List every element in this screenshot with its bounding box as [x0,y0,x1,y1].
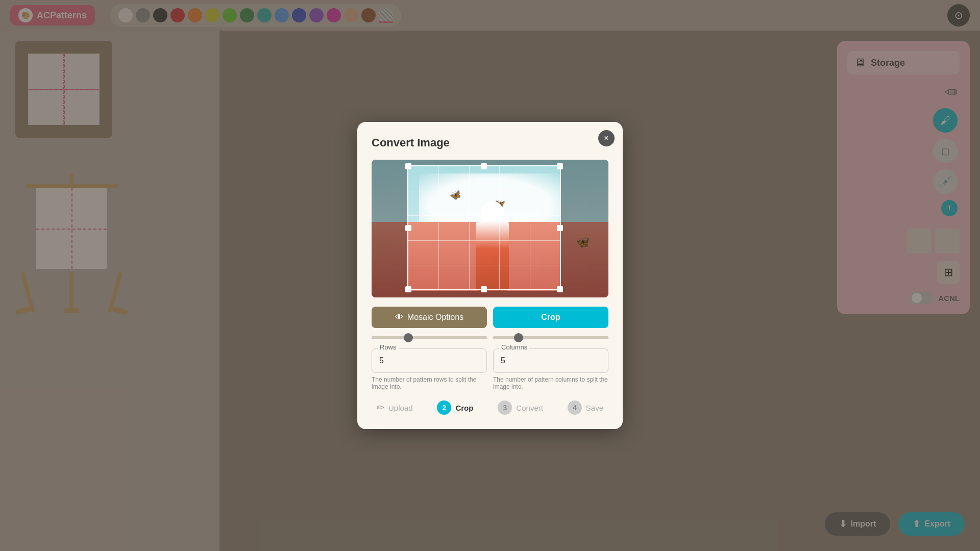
crop-button[interactable]: Crop [493,307,608,328]
sliders-row [372,336,608,339]
crop-grid [408,166,560,290]
step-4-num: 4 [568,400,582,415]
rows-input-group: Rows The number of pattern rows to split… [372,348,487,390]
handle-bot-right[interactable] [557,286,563,292]
handle-mid-right[interactable] [557,225,563,231]
modal-close-button[interactable]: × [598,130,615,146]
grid-h-2 [408,215,560,216]
handle-top-left[interactable] [405,163,411,169]
columns-input-group: Columns The number of pattern columns to… [493,348,608,390]
step-4: 4 Save [568,400,603,415]
columns-slider-thumb[interactable] [514,333,523,342]
dim-right [561,165,608,291]
modal-overlay: Convert Image × 🦋 🦋 🦋 [0,0,980,551]
rows-input[interactable] [372,348,487,373]
step-3-num: 3 [498,400,512,415]
handle-top-mid[interactable] [481,163,487,169]
grid-h-3 [408,240,560,241]
close-icon: × [604,134,608,143]
step-3: 3 Convert [498,400,543,415]
rows-slider-track [372,336,487,339]
rows-label: Rows [378,343,399,351]
columns-slider-track [493,336,608,339]
modal-title: Convert Image [372,136,608,149]
grid-v-4 [530,166,530,290]
columns-label: Columns [499,343,529,351]
crop-label: Crop [541,313,560,321]
step-3-label: Convert [516,404,543,412]
image-preview: 🦋 🦋 🦋 [372,160,608,297]
handle-bot-mid[interactable] [481,286,487,292]
handle-top-right[interactable] [557,163,563,169]
upload-icon: ✏ [377,402,384,413]
step-2: 2 Crop [437,400,473,415]
crop-box[interactable] [407,165,561,291]
rows-slider-thumb[interactable] [404,333,413,342]
columns-input[interactable] [493,348,608,373]
step-4-label: Save [586,404,603,412]
grid-v-3 [499,166,500,290]
inputs-row: Rows The number of pattern rows to split… [372,348,608,390]
step-1: ✏ Upload [377,402,413,413]
mosaic-label: Mosaic Options [407,313,463,322]
action-buttons: 👁 Mosaic Options Crop [372,307,608,328]
handle-bot-left[interactable] [405,286,411,292]
rows-helper: The number of pattern rows to split the … [372,376,487,390]
step-2-label: Crop [455,404,473,412]
grid-h-1 [408,191,560,191]
grid-v-2 [469,166,470,290]
rows-slider[interactable] [372,336,487,339]
convert-image-modal: Convert Image × 🦋 🦋 🦋 [357,122,623,429]
grid-h-4 [408,265,560,265]
mosaic-icon: 👁 [395,313,403,322]
mosaic-options-button[interactable]: 👁 Mosaic Options [372,307,487,328]
dim-left [372,165,407,291]
step-2-num: 2 [437,400,451,415]
columns-slider[interactable] [493,336,608,339]
step-1-label: Upload [388,404,413,412]
columns-helper: The number of pattern columns to split t… [493,376,608,390]
steps-row: ✏ Upload 2 Crop 3 Convert 4 Save [372,400,608,415]
grid-v-1 [438,166,439,290]
handle-mid-left[interactable] [405,225,411,231]
